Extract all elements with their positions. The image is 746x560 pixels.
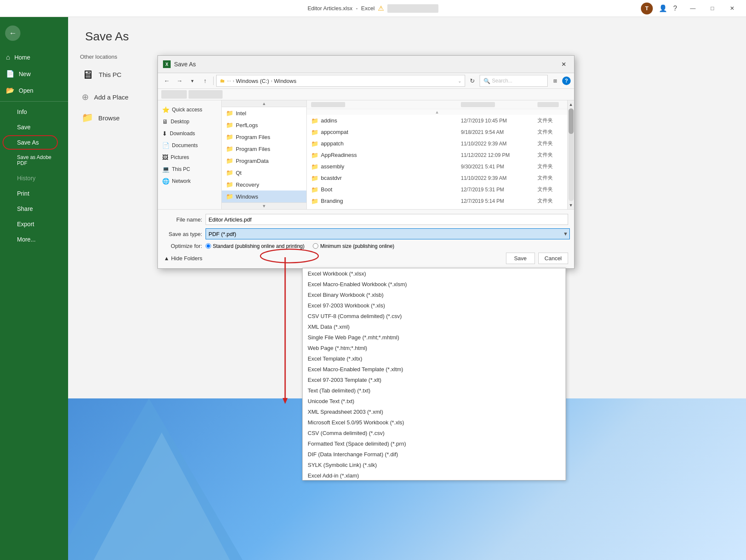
nav-item-desktop[interactable]: 🖥 Desktop (158, 116, 221, 128)
folder-perflogs[interactable]: 📁 PerfLogs (222, 119, 306, 131)
file-row-branding[interactable]: 📁Branding 12/7/2019 5:14 PM 文件夹 (307, 195, 567, 207)
home-icon: ⌂ (6, 54, 10, 61)
close-button[interactable]: ✕ (722, 0, 742, 17)
filetype-select[interactable]: PDF (*.pdf) (206, 228, 570, 239)
sidebar-label-history: History (17, 175, 36, 182)
path-windows: Windows (274, 78, 297, 84)
ft-mhtml[interactable]: Single File Web Page (*.mht;*.mhtml) (303, 332, 566, 343)
dialog-back-button[interactable]: ← (161, 75, 172, 86)
hide-folders-button[interactable]: ▲ Hide Folders (164, 255, 203, 262)
folder-qt[interactable]: 📁 Qt (222, 167, 306, 179)
files-scroll-up[interactable]: ▲ (307, 109, 567, 115)
help-icon-button[interactable]: ? (562, 77, 571, 85)
ft-xlsx[interactable]: Excel Workbook (*.xlsx) (303, 268, 566, 279)
sidebar-item-print[interactable]: Print (0, 186, 68, 201)
file-row-appcompat[interactable]: 📁appcompat 9/18/2021 9:54 AM 文件夹 (307, 126, 567, 138)
ft-xltx[interactable]: Excel Template (*.xltx) (303, 353, 566, 364)
scroll-down-btn[interactable]: ▼ (568, 202, 574, 208)
ft-xls5[interactable]: Microsoft Excel 5.0/95 Workbook (*.xls) (303, 417, 566, 428)
nav-item-thispc[interactable]: 💻 This PC (158, 163, 221, 175)
folder-programdata[interactable]: 📁 ProgramData (222, 155, 306, 167)
search-icon: 🔍 (483, 78, 490, 84)
sidebar-item-history[interactable]: History (0, 171, 68, 186)
ft-xlam[interactable]: Excel Add-in (*.xlam) (303, 470, 566, 480)
dialog-close-button[interactable]: ✕ (559, 59, 569, 69)
optimize-minimum-radio[interactable] (313, 243, 318, 249)
nav-item-network[interactable]: 🌐 Network (158, 175, 221, 187)
ft-xltm[interactable]: Excel Macro-Enabled Template (*.xltm) (303, 364, 566, 375)
ft-txt-tab[interactable]: Text (Tab delimited) (*.txt) (303, 385, 566, 396)
back-button[interactable]: ← (5, 26, 20, 41)
ft-csv-comma[interactable]: CSV (Comma delimited) (*.csv) (303, 428, 566, 438)
ft-xml2003[interactable]: XML Spreadsheet 2003 (*.xml) (303, 406, 566, 417)
sidebar-item-home[interactable]: ⌂ Home (0, 49, 68, 65)
sidebar-item-save[interactable]: Save (0, 119, 68, 135)
ft-csv-utf8[interactable]: CSV UTF-8 (Comma delimited) (*.csv) (303, 311, 566, 321)
scroll-thumb[interactable] (569, 108, 574, 134)
ft-xml[interactable]: XML Data (*.xml) (303, 321, 566, 332)
dialog-forward-button[interactable]: → (174, 75, 185, 86)
nav-item-documents[interactable]: 📄 Documents (158, 139, 221, 151)
ft-xls97[interactable]: Excel 97-2003 Workbook (*.xls) (303, 300, 566, 311)
dialog-up-button[interactable]: ↑ (200, 75, 211, 86)
sidebar-item-new[interactable]: 📄 New (0, 65, 68, 82)
ft-dif[interactable]: DIF (Data Interchange Format) (*.dif) (303, 449, 566, 460)
folder-windows[interactable]: 📁 Windows (222, 190, 306, 202)
sidebar-item-more[interactable]: More... (0, 232, 68, 247)
help-button[interactable]: ? (673, 5, 677, 12)
dialog-scrollbar[interactable]: ▲ ▼ (567, 100, 574, 209)
path-breadcrumb[interactable]: 🖿 ··· › Windows (C:) › Windows ⌄ (216, 75, 465, 87)
dialog-dropdown-button[interactable]: ▼ (187, 75, 198, 86)
avatar[interactable]: T (641, 3, 653, 14)
file-row-bcastdvr[interactable]: 📁bcastdvr 11/10/2022 9:39 AM 文件夹 (307, 172, 567, 184)
titlebar-center: Editor Articles.xlsx - Excel ⚠ (308, 4, 439, 13)
ft-xlsb[interactable]: Excel Binary Workbook (*.xlsb) (303, 290, 566, 300)
optimize-standard[interactable]: Standard (publishing online and printing… (206, 243, 304, 249)
ft-xlt[interactable]: Excel 97-2003 Template (*.xlt) (303, 375, 566, 385)
sidebar-item-share[interactable]: Share (0, 201, 68, 216)
nav-item-pictures[interactable]: 🖼 Pictures (158, 151, 221, 163)
path-chevron: ⌄ (458, 79, 461, 83)
ft-htm[interactable]: Web Page (*.htm;*.html) (303, 343, 566, 353)
sidebar-item-saveas[interactable]: Save As (0, 135, 68, 150)
ft-xlsm[interactable]: Excel Macro-Enabled Workbook (*.xlsm) (303, 279, 566, 290)
file-row-addins[interactable]: 📁addins 12/7/2019 10:45 PM 文件夹 (307, 115, 567, 126)
nav-item-downloads[interactable]: ⬇ Downloads (158, 128, 221, 139)
folder-scroll-up[interactable]: ▲ (222, 100, 306, 107)
folder-programfiles1[interactable]: 📁 Program Files (222, 131, 306, 143)
optimize-minimum[interactable]: Minimum size (publishing online) (313, 243, 394, 249)
optimize-standard-radio[interactable] (206, 243, 211, 249)
file-row-assembly[interactable]: 📁assembly 9/30/2021 5:41 PM 文件夹 (307, 161, 567, 172)
folder-intel[interactable]: 📁 Intel (222, 107, 306, 119)
dialog-save-button[interactable]: Save (506, 253, 535, 264)
dialog-cancel-button[interactable]: Cancel (538, 253, 568, 264)
file-row-appreadiness[interactable]: 📁AppReadiness 11/12/2022 12:09 PM 文件夹 (307, 149, 567, 161)
ft-txt-uni[interactable]: Unicode Text (*.txt) (303, 396, 566, 406)
nav-item-quickaccess[interactable]: ⭐ Quick access (158, 104, 221, 116)
minimize-button[interactable]: — (683, 0, 703, 17)
maximize-button[interactable]: □ (703, 0, 722, 17)
dialog-search[interactable]: 🔍 Search... (480, 75, 548, 87)
folder-recovery[interactable]: 📁 Recovery (222, 179, 306, 190)
ft-slk[interactable]: SYLK (Symbolic Link) (*.slk) (303, 460, 566, 470)
sidebar-item-saveadobe[interactable]: Save as Adobe PDF (0, 150, 68, 171)
folder-programfiles2[interactable]: 📁 Program Files (222, 143, 306, 155)
view-btn-1[interactable] (161, 90, 187, 99)
sidebar-item-open[interactable]: 📂 Open (0, 82, 68, 99)
sidebar-item-info[interactable]: Info (0, 104, 68, 119)
view-btn-2[interactable] (189, 90, 223, 99)
file-row-apppatch[interactable]: 📁apppatch 11/10/2022 9:39 AM 文件夹 (307, 138, 567, 149)
file-name-boot: Boot (321, 186, 332, 193)
folder-scroll-down[interactable]: ▼ (222, 202, 306, 209)
svg-marker-1 (283, 398, 288, 404)
view-options-button[interactable]: ⊞ (549, 75, 560, 86)
dialog-refresh-button[interactable]: ↻ (467, 75, 478, 86)
file-row-boot[interactable]: 📁Boot 12/7/2019 5:31 PM 文件夹 (307, 184, 567, 195)
sidebar-item-export[interactable]: Export (0, 216, 68, 232)
people-icon[interactable]: 👤 (659, 4, 667, 12)
filename-input[interactable] (206, 214, 568, 225)
ft-prn[interactable]: Formatted Text (Space delimited) (*.prn) (303, 438, 566, 449)
scroll-up-btn[interactable]: ▲ (568, 101, 574, 108)
save-as-dialog: X Save As ✕ ← → ▼ ↑ 🖿 ··· › (157, 55, 575, 269)
sidebar-divider (0, 101, 68, 102)
